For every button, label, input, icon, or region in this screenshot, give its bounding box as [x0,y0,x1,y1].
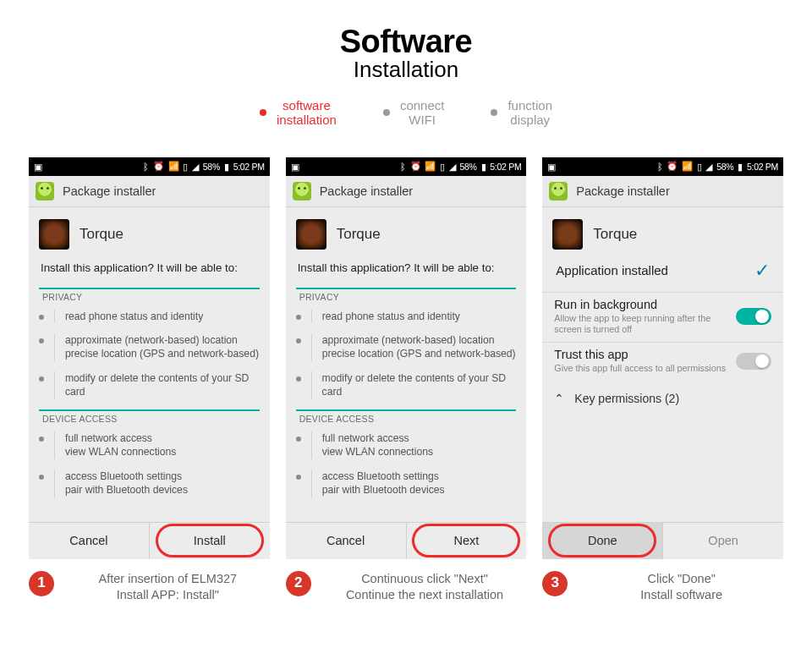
alarm-icon: ⏰ [410,161,421,172]
battery-icon: ▮ [738,162,743,172]
step-number-badge: 2 [286,571,311,596]
setting-desc: Allow the app to keep running after the … [554,313,727,336]
torque-app-icon [39,219,69,250]
page-subtitle: Installation [0,57,812,83]
section-privacy: PRIVACY [39,288,260,305]
tab-function-display[interactable]: functiondisplay [491,98,552,128]
bullet-icon [383,109,390,116]
battery-percent: 58% [716,162,733,172]
button-bar: Cancel Next [286,522,527,559]
key-permissions-row[interactable]: ⌃ Key permissions (2) [542,382,783,415]
signal-icon: ◢ [449,162,456,172]
done-button[interactable]: Done [542,523,663,559]
android-icon [549,182,568,200]
clock-text: 5:02 PM [490,162,521,172]
app-info-row: Torque [542,207,783,255]
key-permissions-label: Key permissions (2) [574,392,679,405]
app-name: Torque [337,226,381,243]
section-device-access: DEVICE ACCESS [296,409,517,426]
chevron-up-icon: ⌃ [554,392,564,405]
status-bar: ▣ ᛒ ⏰ 📶 ▯ ◢ 58% ▮ 5:02 PM [29,157,270,176]
alarm-icon: ⏰ [153,161,164,172]
install-question: Install this application? It will be abl… [29,255,270,283]
installer-title: Package installer [63,184,156,198]
battery-percent: 58% [203,162,220,172]
page-title: Software [0,24,812,60]
phone-screenshot-done: ▣ ᛒ ⏰ 📶 ▯ ◢ 58% ▮ 5:02 PM Package instal… [542,157,783,559]
android-icon [293,182,311,200]
permission-item: modify or delete the contents of your SD… [294,366,518,404]
step-tabs: softwareinstallation connectWIFI functio… [0,98,812,128]
trust-app-setting[interactable]: Trust this app Give this app full access… [542,342,783,381]
permission-item: full network accessview WLAN connections [37,426,261,464]
permission-item: access Bluetooth settingspair with Bluet… [294,464,518,502]
application-installed-row: Application installed ✓ [542,255,783,292]
bullet-icon [260,109,266,116]
tab-software-installation[interactable]: softwareinstallation [260,98,337,128]
installer-title: Package installer [576,184,669,198]
permission-item: approximate (network-based) locationprec… [294,328,518,366]
cancel-button[interactable]: Cancel [286,523,407,559]
step-number-badge: 3 [542,571,568,596]
tab-connect-wifi[interactable]: connectWIFI [383,98,445,128]
installer-header: Package installer [286,176,527,207]
sim-icon: ▯ [440,162,445,172]
button-bar: Done Open [542,522,783,559]
setting-title: Run in background [554,298,727,311]
installer-header: Package installer [542,176,783,207]
checkmark-icon: ✓ [754,260,770,282]
installer-header: Package installer [29,176,270,207]
permission-item: approximate (network-based) locationprec… [37,328,261,366]
wifi-icon: 📶 [682,161,693,172]
clock-text: 5:02 PM [747,162,778,172]
torque-app-icon [296,219,326,250]
image-icon: ▣ [291,162,299,172]
wifi-icon: 📶 [425,161,436,172]
setting-title: Trust this app [554,348,727,361]
permission-item: read phone status and identity [294,305,518,328]
open-button[interactable]: Open [663,523,783,559]
setting-desc: Give this app full access to all permiss… [554,363,727,374]
sim-icon: ▯ [697,162,702,172]
install-button[interactable]: Install [150,523,270,559]
section-device-access: DEVICE ACCESS [39,409,260,426]
bluetooth-icon: ᛒ [143,162,149,172]
phone-screenshot-next: ▣ ᛒ ⏰ 📶 ▯ ◢ 58% ▮ 5:02 PM Package instal… [286,157,527,559]
permission-item: access Bluetooth settingspair with Bluet… [37,464,261,502]
status-bar: ▣ ᛒ ⏰ 📶 ▯ ◢ 58% ▮ 5:02 PM [286,157,527,176]
installed-label: Application installed [556,263,668,277]
cancel-button[interactable]: Cancel [29,523,150,559]
page-header: Software Installation [0,0,812,83]
permission-item: read phone status and identity [37,305,261,328]
bluetooth-icon: ᛒ [400,162,406,172]
caption-step-3: 3 Click "Done"Install software [542,571,783,604]
bullet-icon [491,109,497,116]
signal-icon: ◢ [192,162,199,172]
status-bar: ▣ ᛒ ⏰ 📶 ▯ ◢ 58% ▮ 5:02 PM [542,157,783,176]
run-in-background-setting[interactable]: Run in background Allow the app to keep … [542,292,783,343]
alarm-icon: ⏰ [667,161,678,172]
section-privacy: PRIVACY [296,288,517,305]
install-question: Install this application? It will be abl… [286,255,527,283]
image-icon: ▣ [547,162,556,172]
next-button[interactable]: Next [407,523,527,559]
android-icon [36,182,54,200]
toggle-off[interactable] [736,353,771,370]
permission-item: full network accessview WLAN connections [294,426,518,464]
caption-step-2: 2 Continuous click "Next"Continue the ne… [286,571,527,604]
phone-screenshot-install: ▣ ᛒ ⏰ 📶 ▯ ◢ 58% ▮ 5:02 PM Package instal… [29,157,270,559]
app-name: Torque [593,226,637,243]
captions-row: 1 After insertion of ELM327Install APP: … [0,559,812,604]
battery-icon: ▮ [224,162,229,172]
torque-app-icon [552,219,583,250]
installer-title: Package installer [320,184,413,198]
battery-icon: ▮ [481,162,486,172]
toggle-on[interactable] [736,308,771,325]
caption-step-1: 1 After insertion of ELM327Install APP: … [29,571,270,604]
screenshots-row: ▣ ᛒ ⏰ 📶 ▯ ◢ 58% ▮ 5:02 PM Package instal… [0,128,812,559]
image-icon: ▣ [34,162,42,172]
battery-percent: 58% [460,162,477,172]
button-bar: Cancel Install [29,522,270,559]
app-info-row: Torque [286,207,527,255]
sim-icon: ▯ [183,162,188,172]
